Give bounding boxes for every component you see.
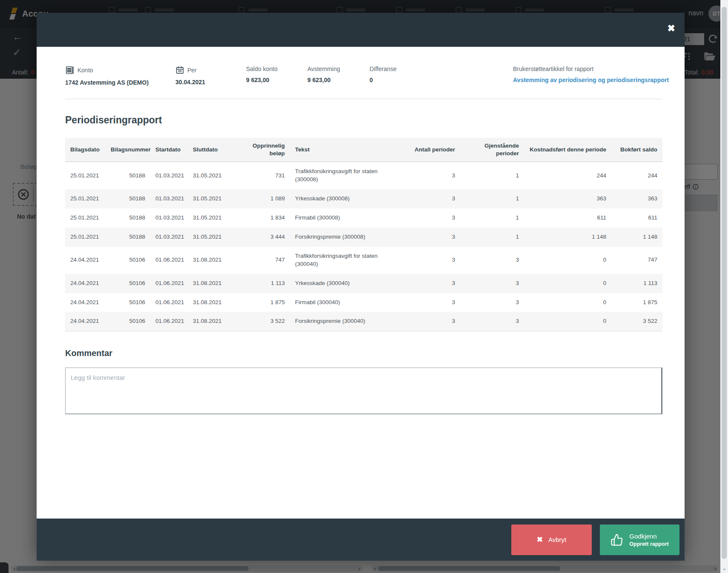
x-icon: ✖ (537, 535, 543, 544)
table-cell: 01.06.2021 (150, 293, 188, 312)
modal-header: ✖ (37, 13, 685, 47)
table-cell: 1 875 (235, 293, 290, 312)
table-cell: 31.05.2021 (188, 189, 235, 208)
table-cell: 50188 (106, 228, 150, 247)
column-header: Antall perioder (407, 138, 460, 162)
table-cell: 1 148 (611, 228, 662, 247)
periodisering-modal: ✖ Konto 1742 Avstemming AS (DEMO) (37, 13, 685, 561)
differanse-value: 0 (370, 77, 397, 83)
table-cell: 3 444 (235, 228, 290, 247)
table-cell: 50106 (106, 247, 150, 274)
table-cell: 50188 (106, 162, 150, 189)
table-cell: Yrkesskade (300008) (290, 189, 407, 208)
table-cell: 1 875 (611, 293, 662, 312)
support-group: Brukerstøtteartikkel for rapport Avstemm… (513, 66, 669, 83)
table-cell: 3 522 (611, 312, 662, 331)
table-cell: 24.04.2021 (65, 247, 106, 274)
table-header-row: BilagsdatoBilagsnummerStartdatoSluttdato… (65, 138, 662, 162)
vertical-scrollbar[interactable]: ⌄ (720, 0, 728, 573)
kommentar-input[interactable] (65, 368, 662, 414)
table-cell: 3 (460, 312, 524, 331)
table-cell: 611 (611, 208, 662, 228)
support-label: Brukerstøtteartikkel for rapport (513, 66, 593, 72)
table-cell: 1 113 (611, 274, 662, 293)
table-cell: 31.08.2021 (188, 247, 235, 274)
page-title: Periodiseringrapport (65, 114, 685, 126)
saldo-label: Saldo konto (246, 66, 278, 72)
godkjenn-button[interactable]: Godkjenn Opprett rapport (600, 525, 679, 555)
table-cell: 747 (611, 247, 662, 274)
table-cell: 24.04.2021 (65, 293, 106, 312)
table-row: 24.04.20215010601.06.202131.08.20213 522… (65, 312, 662, 331)
column-header: Bokført saldo (611, 138, 662, 162)
column-header: Bilagsnummer (106, 138, 150, 162)
differanse-group: Differanse 0 (370, 66, 397, 83)
table-cell: 50188 (106, 208, 150, 228)
konto-group: Konto 1742 Avstemming AS (DEMO) (65, 66, 149, 86)
thumbs-up-icon (610, 533, 623, 546)
table-cell: Yrkesskade (300040) (290, 274, 407, 293)
table-cell: 50106 (106, 293, 150, 312)
table-cell: 01.06.2021 (150, 274, 188, 293)
column-header: Startdato (150, 138, 188, 162)
table-cell: 50188 (106, 189, 150, 208)
table-cell: 611 (524, 208, 611, 228)
table-cell: 3 (407, 247, 460, 274)
per-label: Per (187, 67, 197, 74)
table-cell: 50106 (106, 274, 150, 293)
scrollbar-thumb[interactable] (722, 7, 727, 559)
table-cell: 244 (524, 162, 611, 189)
support-article-link[interactable]: Avstemming av periodisering og periodise… (513, 77, 669, 83)
report-table-body: 25.01.20215018801.03.202131.05.2021731Tr… (65, 162, 662, 331)
table-row: 24.04.20215010601.06.202131.08.20211 875… (65, 293, 662, 312)
table-cell: 25.01.2021 (65, 162, 106, 189)
table-cell: 25.01.2021 (65, 228, 106, 247)
table-cell: 31.05.2021 (188, 162, 235, 189)
avstemming-group: Avstemming 9 623,00 (307, 66, 340, 83)
close-icon[interactable]: ✖ (668, 23, 675, 34)
table-cell: 747 (235, 247, 290, 274)
column-header: Tekst (290, 138, 407, 162)
table-cell: 3 (460, 274, 524, 293)
table-row: 25.01.20215018801.03.202131.05.20213 444… (65, 228, 662, 247)
table-cell: 1 834 (235, 208, 290, 228)
table-cell: Forsikringspremie (300008) (290, 228, 407, 247)
table-cell: 3 522 (235, 312, 290, 331)
chevron-down-icon[interactable]: ⌄ (722, 565, 727, 571)
calendar-icon (175, 66, 184, 74)
table-cell: 31.05.2021 (188, 208, 235, 228)
table-cell: Firmabil (300008) (290, 208, 407, 228)
table-cell: 3 (407, 293, 460, 312)
table-cell: 25.01.2021 (65, 208, 106, 228)
table-cell: 0 (524, 293, 611, 312)
table-cell: 363 (524, 189, 611, 208)
table-cell: 3 (407, 162, 460, 189)
column-header: Opprinnelig beløp (235, 138, 290, 162)
avbryt-label: Avbryt (548, 536, 566, 543)
table-cell: Trafikkforsikringsavgift for staten (300… (290, 162, 407, 189)
avstemming-value: 9 623,00 (307, 77, 340, 83)
table-cell: 363 (611, 189, 662, 208)
table-cell: 3 (460, 247, 524, 274)
konto-value: 1742 Avstemming AS (DEMO) (65, 79, 149, 86)
saldo-group: Saldo konto 9 623,00 (246, 66, 278, 83)
table-cell: 25.01.2021 (65, 189, 106, 208)
modal-footer: ✖ Avbryt Godkjenn Opprett rapport (37, 519, 685, 561)
table-cell: 0 (524, 274, 611, 293)
table-cell: Firmabil (300040) (290, 293, 407, 312)
summary-row: Konto 1742 Avstemming AS (DEMO) Per 30.0… (37, 47, 685, 99)
table-cell: 01.03.2021 (150, 208, 188, 228)
table-cell: 3 (407, 208, 460, 228)
table-cell: 3 (407, 228, 460, 247)
table-cell: 1 113 (235, 274, 290, 293)
konto-label: Konto (77, 67, 93, 74)
table-cell: 731 (235, 162, 290, 189)
table-cell: 01.06.2021 (150, 247, 188, 274)
table-row: 25.01.20215018801.03.202131.05.2021731Tr… (65, 162, 662, 189)
table-cell: Trafikkforsikringsavgift for staten (300… (290, 247, 407, 274)
table-cell: 3 (407, 274, 460, 293)
table-cell: 244 (611, 162, 662, 189)
godkjenn-label: Godkjenn (629, 533, 668, 540)
divider (65, 99, 662, 99)
avbryt-button[interactable]: ✖ Avbryt (511, 525, 592, 555)
